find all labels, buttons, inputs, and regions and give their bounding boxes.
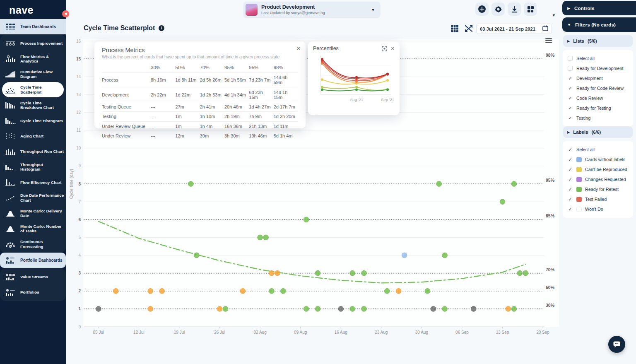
date-range-picker[interactable]: 03 Jul 2021 - 21 Sep 2021 — [476, 24, 552, 34]
chat-button[interactable] — [608, 336, 625, 353]
board-selector[interactable]: Product Development Last Updated by sony… — [243, 2, 380, 17]
sidebar-item-throughput-run-chart[interactable]: Throughput Run Chart — [0, 144, 66, 159]
checkbox-checked-icon[interactable]: ✓ — [567, 76, 573, 81]
close-icon[interactable]: ✕ — [391, 46, 395, 51]
scatter-point[interactable] — [431, 306, 436, 312]
apps-grid-button[interactable] — [524, 2, 537, 16]
filter-option-won-t-do[interactable]: ✓Won't Do — [567, 204, 629, 214]
scatter-point[interactable] — [402, 253, 407, 258]
scatter-point[interactable] — [113, 289, 118, 294]
labels-section-toggle[interactable]: ▶ Labels (6/6) — [563, 126, 633, 138]
filter-option-ready-for-testing[interactable]: ✓Ready for Testing — [567, 103, 629, 113]
sidebar-item-cumulative-flow-diagram[interactable]: Cumulative Flow Diagram — [0, 67, 66, 82]
scatter-point[interactable] — [258, 235, 263, 240]
checkbox-unchecked[interactable] — [568, 56, 573, 61]
filter-option-code-review[interactable]: ✓Code Review — [567, 93, 629, 103]
download-button[interactable] — [508, 2, 521, 16]
scatter-point[interactable] — [281, 289, 286, 294]
scatter-point[interactable] — [361, 270, 367, 276]
scatter-point[interactable] — [517, 270, 523, 276]
controls-panel-toggle[interactable]: ▶ Controls — [562, 1, 636, 15]
filter-option-testing[interactable]: ✓Testing — [567, 113, 629, 123]
scatter-point[interactable] — [361, 306, 367, 312]
sidebar-item-monte-carlo-number-of-tasks[interactable]: Monte Carlo: Number of Tasks — [0, 221, 66, 236]
lists-section-toggle[interactable]: ▶ Lists (5/6) — [563, 35, 633, 47]
filter-option-ready-for-code-review[interactable]: ✓Ready for Code Review — [567, 83, 629, 93]
scatter-point[interactable] — [269, 270, 275, 276]
checkbox-checked-icon[interactable]: ✓ — [567, 167, 573, 172]
close-icon[interactable]: ✕ — [296, 46, 301, 51]
add-button[interactable] — [475, 2, 489, 16]
chart-menu-icon[interactable] — [545, 37, 552, 44]
settings-gear-button[interactable] — [491, 2, 505, 16]
checkbox-checked-icon[interactable]: ✓ — [567, 96, 573, 101]
scatter-point[interactable] — [304, 217, 309, 222]
scatter-point[interactable] — [269, 289, 275, 294]
sidebar-item-value-streams[interactable]: Value Streams — [0, 269, 66, 284]
sidebar-item-cycle-time-breakdown-chart[interactable]: Cycle Time Breakdown Chart — [0, 97, 66, 113]
filter-option-select-all[interactable]: Select all — [567, 53, 629, 63]
scatter-point[interactable] — [425, 289, 430, 294]
scatter-point[interactable] — [315, 270, 320, 276]
scatter-point[interactable] — [275, 270, 280, 276]
filter-option-changes-requested[interactable]: ✓Changes Requested — [567, 174, 629, 184]
checkbox-checked-icon[interactable]: ✓ — [567, 116, 573, 121]
checkbox-checked-icon[interactable]: ✓ — [567, 177, 573, 182]
scatter-point[interactable] — [148, 306, 153, 312]
user-avatar[interactable]: ▼ — [540, 3, 555, 16]
scatter-point[interactable] — [523, 270, 528, 276]
scatter-point[interactable] — [350, 306, 355, 312]
scatter-point[interactable] — [506, 306, 511, 312]
filter-option-test-failed[interactable]: ✓Test Failed — [567, 194, 629, 204]
scatter-point[interactable] — [511, 181, 517, 187]
scatter-point[interactable] — [217, 306, 222, 312]
scatter-point[interactable] — [240, 289, 246, 294]
sidebar-item-portfolios[interactable]: Portfolios — [0, 284, 66, 300]
scatter-view-icon[interactable] — [464, 24, 473, 33]
sidebar-collapse-button[interactable]: ◀ — [62, 10, 69, 17]
sidebar-item-throughput-histogram[interactable]: Throughput Histogram — [0, 159, 66, 174]
sidebar-item-aging-chart[interactable]: Aging Chart — [0, 128, 66, 144]
sidebar-item-cycle-time-scatterplot[interactable]: Cycle Time Scatterplot — [2, 82, 64, 97]
scatter-point[interactable] — [304, 306, 309, 312]
checkbox-checked-icon[interactable]: ✓ — [567, 106, 573, 111]
scatter-point[interactable] — [263, 235, 269, 240]
filters-panel-toggle[interactable]: ▼ Filters (No cards) — [562, 17, 636, 32]
sidebar-item-flow-metrics-analytics[interactable]: Flow Metrics & Analytics — [0, 51, 66, 66]
filter-option-ready-for-development[interactable]: Ready for Development — [567, 63, 629, 73]
scatter-point[interactable] — [471, 306, 477, 312]
filter-option-development[interactable]: ✓Development — [567, 73, 629, 83]
info-icon[interactable]: i — [159, 25, 164, 31]
sidebar-section-portfolio-dashboards[interactable]: Portfolio Dashboards — [0, 253, 66, 268]
sidebar-item-continuous-forecasting[interactable]: Continuous Forecasting — [0, 236, 66, 252]
scatter-point[interactable] — [500, 199, 505, 205]
sidebar-item-due-date-performance-chart[interactable]: Due Date Performance Chart — [0, 190, 66, 205]
scatter-point[interactable] — [188, 181, 194, 187]
sidebar-section-team-dashboards[interactable]: Team Dashboards — [0, 19, 66, 34]
filter-option-ready-for-retest[interactable]: ✓Ready for Retest — [567, 184, 629, 194]
scatter-point[interactable] — [350, 270, 355, 276]
checkbox-checked-icon[interactable]: ✓ — [567, 86, 573, 91]
sidebar-item-process-improvement[interactable]: Process Improvement — [0, 36, 66, 51]
scatter-point[interactable] — [511, 306, 517, 312]
filter-option-can-t-be-reproduced[interactable]: ✓Can't be Reproduced — [567, 164, 629, 174]
scatter-point[interactable] — [96, 306, 101, 312]
scatter-point[interactable] — [194, 253, 200, 258]
scatter-point[interactable] — [396, 289, 401, 294]
checkbox-checked-icon[interactable]: ✓ — [567, 207, 573, 212]
sidebar-item-cycle-time-histogram[interactable]: Cycle Time Histogram — [0, 113, 66, 128]
scatter-point[interactable] — [436, 181, 442, 187]
checkbox-checked-icon[interactable]: ✓ — [567, 157, 573, 162]
scatter-point[interactable] — [385, 289, 390, 294]
scatter-point[interactable] — [442, 253, 448, 258]
sidebar-item-flow-efficiency-chart[interactable]: Flow Efficiency Chart — [0, 175, 66, 190]
expand-icon[interactable] — [382, 46, 387, 51]
checkbox-checked-icon[interactable]: ✓ — [567, 147, 573, 152]
scatter-point[interactable] — [223, 306, 228, 312]
scatter-point[interactable] — [159, 289, 165, 294]
checkbox-checked-icon[interactable]: ✓ — [567, 197, 573, 202]
filter-option-cards-without-labels[interactable]: ✓Cards without labels — [567, 154, 629, 164]
scatter-point[interactable] — [148, 289, 153, 294]
scatter-point[interactable] — [442, 306, 448, 312]
scatter-point[interactable] — [315, 306, 320, 312]
